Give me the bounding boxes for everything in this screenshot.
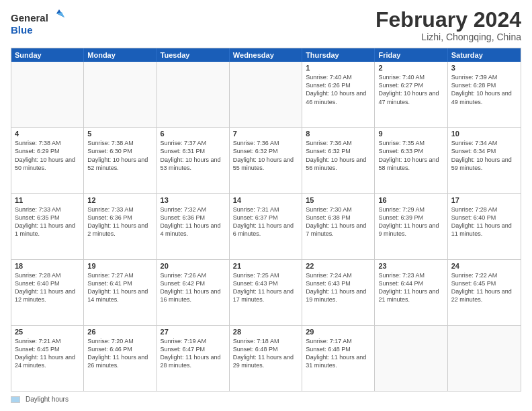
day-info: Sunrise: 7:34 AM Sunset: 6:34 PM Dayligh… (451, 139, 517, 172)
day-number: 20 (161, 262, 226, 270)
day-number: 7 (233, 130, 298, 138)
calendar-cell: 16Sunrise: 7:29 AM Sunset: 6:39 PM Dayli… (375, 194, 447, 259)
calendar-cell (448, 326, 521, 391)
day-number: 4 (15, 130, 80, 138)
calendar-cell: 26Sunrise: 7:20 AM Sunset: 6:46 PM Dayli… (84, 326, 157, 391)
day-info: Sunrise: 7:23 AM Sunset: 6:44 PM Dayligh… (378, 271, 443, 304)
svg-text:Blue: Blue (11, 24, 33, 36)
day-info: Sunrise: 7:24 AM Sunset: 6:43 PM Dayligh… (306, 271, 371, 304)
day-info: Sunrise: 7:29 AM Sunset: 6:39 PM Dayligh… (378, 205, 443, 238)
day-number: 16 (378, 196, 443, 204)
day-number: 18 (15, 262, 80, 270)
day-number: 12 (87, 196, 152, 204)
day-number: 17 (451, 196, 517, 204)
svg-text:General: General (11, 12, 48, 24)
day-of-week-header: Sunday (11, 48, 84, 62)
calendar-week-row: 18Sunrise: 7:28 AM Sunset: 6:40 PM Dayli… (11, 259, 521, 325)
day-number: 5 (87, 130, 152, 138)
day-number: 22 (306, 262, 371, 270)
month-title: February 2024 (375, 8, 521, 32)
day-info: Sunrise: 7:36 AM Sunset: 6:32 PM Dayligh… (233, 139, 298, 172)
calendar-cell: 2Sunrise: 7:40 AM Sunset: 6:27 PM Daylig… (375, 62, 447, 127)
calendar-cell: 13Sunrise: 7:32 AM Sunset: 6:36 PM Dayli… (157, 194, 230, 259)
day-of-week-header: Saturday (448, 48, 521, 62)
calendar-cell: 1Sunrise: 7:40 AM Sunset: 6:26 PM Daylig… (302, 62, 375, 127)
calendar-cell: 9Sunrise: 7:35 AM Sunset: 6:33 PM Daylig… (375, 128, 447, 193)
footer: Daylight hours (11, 396, 521, 403)
calendar-cell: 25Sunrise: 7:21 AM Sunset: 6:45 PM Dayli… (11, 326, 84, 391)
day-info: Sunrise: 7:28 AM Sunset: 6:40 PM Dayligh… (451, 205, 517, 238)
day-of-week-header: Monday (84, 48, 157, 62)
day-info: Sunrise: 7:31 AM Sunset: 6:37 PM Dayligh… (233, 205, 298, 238)
calendar-cell: 19Sunrise: 7:27 AM Sunset: 6:41 PM Dayli… (84, 260, 157, 325)
day-info: Sunrise: 7:19 AM Sunset: 6:47 PM Dayligh… (161, 337, 226, 370)
day-info: Sunrise: 7:21 AM Sunset: 6:45 PM Dayligh… (15, 337, 80, 370)
day-number: 10 (451, 130, 517, 138)
calendar-cell: 24Sunrise: 7:22 AM Sunset: 6:45 PM Dayli… (448, 260, 521, 325)
calendar-cell: 11Sunrise: 7:33 AM Sunset: 6:35 PM Dayli… (11, 194, 84, 259)
calendar-cell: 5Sunrise: 7:38 AM Sunset: 6:30 PM Daylig… (84, 128, 157, 193)
calendar-week-row: 25Sunrise: 7:21 AM Sunset: 6:45 PM Dayli… (11, 325, 521, 391)
day-info: Sunrise: 7:35 AM Sunset: 6:33 PM Dayligh… (378, 139, 443, 172)
day-info: Sunrise: 7:33 AM Sunset: 6:35 PM Dayligh… (15, 205, 80, 238)
day-info: Sunrise: 7:40 AM Sunset: 6:26 PM Dayligh… (306, 73, 371, 106)
legend-label: Daylight hours (26, 396, 69, 403)
day-number: 27 (161, 328, 226, 336)
calendar-cell (375, 326, 447, 391)
day-of-week-header: Wednesday (230, 48, 302, 62)
calendar-cell: 7Sunrise: 7:36 AM Sunset: 6:32 PM Daylig… (230, 128, 302, 193)
day-info: Sunrise: 7:37 AM Sunset: 6:31 PM Dayligh… (161, 139, 226, 172)
day-info: Sunrise: 7:25 AM Sunset: 6:43 PM Dayligh… (233, 271, 298, 304)
calendar-week-row: 1Sunrise: 7:40 AM Sunset: 6:26 PM Daylig… (11, 62, 521, 127)
calendar-header: SundayMondayTuesdayWednesdayThursdayFrid… (11, 48, 521, 62)
calendar-cell: 18Sunrise: 7:28 AM Sunset: 6:40 PM Dayli… (11, 260, 84, 325)
calendar-cell: 21Sunrise: 7:25 AM Sunset: 6:43 PM Dayli… (230, 260, 302, 325)
calendar-cell (157, 62, 230, 127)
day-of-week-header: Friday (375, 48, 447, 62)
day-number: 15 (306, 196, 371, 204)
day-number: 23 (378, 262, 443, 270)
day-number: 6 (161, 130, 226, 138)
calendar-cell: 17Sunrise: 7:28 AM Sunset: 6:40 PM Dayli… (448, 194, 521, 259)
calendar-body: 1Sunrise: 7:40 AM Sunset: 6:26 PM Daylig… (11, 62, 521, 391)
title-block: February 2024 Lizhi, Chongqing, China (375, 8, 521, 42)
day-info: Sunrise: 7:20 AM Sunset: 6:46 PM Dayligh… (87, 337, 152, 370)
day-info: Sunrise: 7:17 AM Sunset: 6:48 PM Dayligh… (306, 337, 371, 370)
day-number: 24 (451, 262, 517, 270)
day-number: 21 (233, 262, 298, 270)
day-number: 29 (306, 328, 371, 336)
day-number: 3 (451, 64, 517, 72)
day-info: Sunrise: 7:38 AM Sunset: 6:29 PM Dayligh… (15, 139, 80, 172)
calendar-cell: 3Sunrise: 7:39 AM Sunset: 6:28 PM Daylig… (448, 62, 521, 127)
calendar-cell: 14Sunrise: 7:31 AM Sunset: 6:37 PM Dayli… (230, 194, 302, 259)
day-info: Sunrise: 7:40 AM Sunset: 6:27 PM Dayligh… (378, 73, 443, 106)
day-info: Sunrise: 7:32 AM Sunset: 6:36 PM Dayligh… (161, 205, 226, 238)
day-of-week-header: Thursday (302, 48, 375, 62)
location: Lizhi, Chongqing, China (375, 32, 521, 42)
calendar-cell: 10Sunrise: 7:34 AM Sunset: 6:34 PM Dayli… (448, 128, 521, 193)
day-info: Sunrise: 7:30 AM Sunset: 6:38 PM Dayligh… (306, 205, 371, 238)
day-info: Sunrise: 7:27 AM Sunset: 6:41 PM Dayligh… (87, 271, 152, 304)
calendar-cell: 28Sunrise: 7:18 AM Sunset: 6:48 PM Dayli… (230, 326, 302, 391)
calendar-cell: 4Sunrise: 7:38 AM Sunset: 6:29 PM Daylig… (11, 128, 84, 193)
calendar-cell: 12Sunrise: 7:33 AM Sunset: 6:36 PM Dayli… (84, 194, 157, 259)
calendar-cell (84, 62, 157, 127)
header: General Blue February 2024 Lizhi, Chongq… (11, 8, 521, 42)
day-info: Sunrise: 7:18 AM Sunset: 6:48 PM Dayligh… (233, 337, 298, 370)
day-info: Sunrise: 7:38 AM Sunset: 6:30 PM Dayligh… (87, 139, 152, 172)
logo: General Blue (11, 8, 64, 38)
calendar-cell: 20Sunrise: 7:26 AM Sunset: 6:42 PM Dayli… (157, 260, 230, 325)
day-number: 14 (233, 196, 298, 204)
day-number: 2 (378, 64, 443, 72)
day-number: 1 (306, 64, 371, 72)
day-number: 28 (233, 328, 298, 336)
calendar-cell: 29Sunrise: 7:17 AM Sunset: 6:48 PM Dayli… (302, 326, 375, 391)
day-number: 25 (15, 328, 80, 336)
calendar-cell: 27Sunrise: 7:19 AM Sunset: 6:47 PM Dayli… (157, 326, 230, 391)
day-info: Sunrise: 7:36 AM Sunset: 6:32 PM Dayligh… (306, 139, 371, 172)
calendar-cell: 15Sunrise: 7:30 AM Sunset: 6:38 PM Dayli… (302, 194, 375, 259)
calendar-cell: 23Sunrise: 7:23 AM Sunset: 6:44 PM Dayli… (375, 260, 447, 325)
calendar-cell (11, 62, 84, 127)
calendar-week-row: 11Sunrise: 7:33 AM Sunset: 6:35 PM Dayli… (11, 193, 521, 259)
calendar-cell: 22Sunrise: 7:24 AM Sunset: 6:43 PM Dayli… (302, 260, 375, 325)
